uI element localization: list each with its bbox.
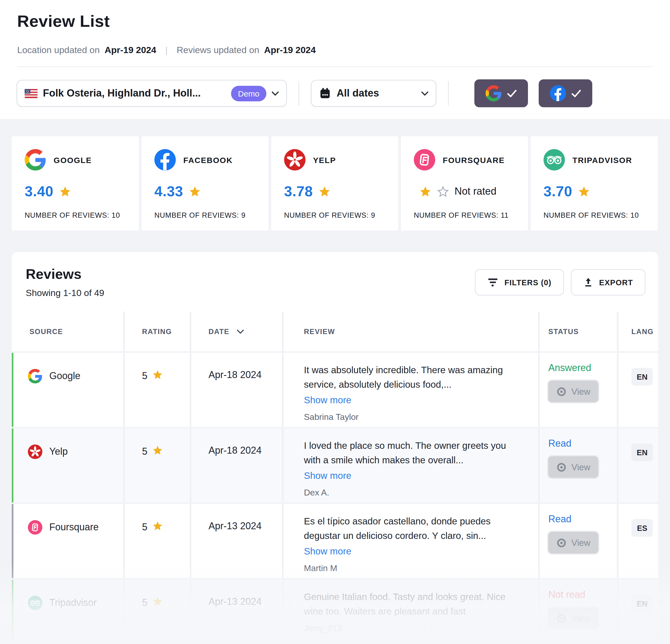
rating-value: 5 — [142, 521, 147, 534]
view-button-label: View — [571, 538, 590, 548]
star-icon — [59, 185, 71, 198]
language-badge: ES — [631, 519, 653, 537]
source-brand-icon — [28, 369, 42, 383]
language-badge: EN — [631, 368, 653, 385]
source-toggle-0[interactable] — [474, 79, 528, 107]
show-more-link[interactable]: Show more — [304, 469, 351, 483]
export-icon — [583, 277, 593, 287]
table-row: Foursquare 5 Apr-13 2024 Es el típico as… — [12, 504, 658, 578]
stat-brand-icon — [544, 149, 565, 171]
stat-brand-icon — [414, 149, 435, 171]
location-updated-date: Apr-19 2024 — [105, 45, 156, 56]
rating-value: 5 — [142, 369, 147, 382]
demo-badge: Demo — [231, 86, 266, 101]
review-lang-cell: EN — [618, 429, 658, 502]
stat-review-count: NUMBER OF REVIEWS: 10 — [544, 211, 658, 219]
status-label: Answered — [548, 363, 617, 374]
star-icon — [152, 521, 163, 531]
export-button[interactable]: EXPORT — [571, 269, 645, 295]
view-button[interactable]: View — [548, 607, 599, 629]
star-icon — [578, 185, 590, 198]
check-icon — [507, 89, 517, 97]
table-row: Yelp 5 Apr-18 2024 I loved the place so … — [12, 429, 658, 502]
source-brand-icon — [28, 596, 42, 610]
sort-chevron-icon — [237, 329, 244, 334]
stat-source-name: FOURSQUARE — [443, 155, 505, 165]
review-text-cell: Genuine Italian food. Tasty and looks gr… — [283, 580, 538, 644]
rating-value: 5 — [142, 596, 147, 609]
stat-brand-icon — [284, 149, 306, 171]
table-row: Tripadvisor 5 Apr-13 2024 Genuine Italia… — [12, 580, 658, 644]
export-button-label: EXPORT — [599, 278, 633, 287]
review-source-cell: Tripadvisor — [12, 580, 123, 644]
stat-rating-value: 3.78 — [284, 183, 313, 200]
reviews-title: Reviews — [26, 266, 104, 282]
stat-rating-value: 3.40 — [25, 183, 54, 200]
review-text: It was absolutely incredible. There was … — [304, 363, 508, 392]
view-button[interactable]: View — [548, 381, 599, 402]
review-text-cell: It was absolutely incredible. There was … — [283, 353, 538, 427]
review-date-cell: Apr-13 2024 — [191, 580, 282, 644]
source-name: Foursquare — [49, 520, 99, 535]
reviews-title-block: Reviews Showing 1-10 of 49 — [26, 266, 104, 299]
review-status-cell: Answered View — [540, 353, 617, 427]
source-brand-icon — [28, 445, 42, 459]
review-text: Genuine Italian food. Tasty and looks gr… — [304, 590, 508, 619]
star-icon — [419, 185, 431, 198]
meta-separator: | — [161, 45, 172, 55]
view-button[interactable]: View — [548, 532, 599, 553]
status-label: Not read — [548, 589, 617, 601]
reviews-updated-label: Reviews updated on — [177, 45, 259, 56]
filter-bar: Folk Osteria, Highland Dr., Holl... Demo… — [0, 67, 670, 109]
stat-source-name: FACEBOOK — [183, 155, 233, 165]
review-date-cell: Apr-18 2024 — [191, 353, 282, 427]
chevron-down-icon — [421, 91, 428, 96]
stat-card: GOOGLE 3.40 NUMBER OF REVIEWS: 10 — [12, 136, 139, 231]
page-title: Review List — [17, 12, 653, 31]
eye-icon — [557, 386, 566, 396]
review-rating-cell: 5 — [125, 353, 190, 427]
stat-review-count: NUMBER OF REVIEWS: 11 — [414, 211, 528, 219]
filters-button[interactable]: FILTERS (0) — [475, 269, 564, 295]
stat-source-name: TRIPADVISOR — [573, 155, 632, 165]
reviews-panel-header: Reviews Showing 1-10 of 49 FILTERS (0) E… — [12, 252, 658, 312]
eye-icon — [557, 613, 566, 623]
reviews-panel: Reviews Showing 1-10 of 49 FILTERS (0) E… — [12, 252, 658, 644]
stat-card: FACEBOOK 4.33 NUMBER OF REVIEWS: 9 — [142, 136, 269, 231]
review-text: I loved the place so much. The owner gre… — [304, 439, 508, 468]
column-header-date[interactable]: DATE — [191, 312, 282, 351]
stat-card: TRIPADVISOR 3.70 NUMBER OF REVIEWS: 10 — [531, 136, 658, 231]
review-list-page: Review List Location updated on Apr-19 2… — [0, 0, 670, 644]
table-body: Google 5 Apr-18 2024 It was absolutely i… — [12, 353, 658, 644]
page-header: Review List Location updated on Apr-19 2… — [0, 0, 670, 67]
language-badge: EN — [631, 595, 653, 612]
star-icon — [189, 185, 201, 198]
source-name: Google — [49, 369, 80, 383]
source-toggle-1[interactable] — [539, 79, 592, 107]
star-icon — [152, 445, 163, 456]
stat-source-name: GOOGLE — [54, 155, 92, 165]
calendar-icon — [319, 87, 331, 100]
review-source-cell: Foursquare — [12, 504, 123, 578]
review-lang-cell: ES — [618, 504, 658, 578]
stat-not-rated-label: Not rated — [455, 185, 496, 197]
stat-rating-value: 4.33 — [155, 183, 183, 200]
view-button[interactable]: View — [548, 456, 599, 478]
show-more-link[interactable]: Show more — [304, 544, 351, 559]
location-updated-label: Location updated on — [17, 45, 100, 56]
date-range-select[interactable]: All dates — [311, 80, 436, 107]
eye-icon — [557, 462, 566, 472]
view-button-label: View — [571, 462, 590, 472]
status-label: Read — [548, 514, 617, 525]
language-badge: EN — [631, 444, 653, 461]
update-meta: Location updated on Apr-19 2024 | Review… — [17, 45, 653, 56]
show-more-link[interactable]: Show more — [304, 393, 351, 408]
star-icon — [318, 185, 331, 198]
location-select[interactable]: Folk Osteria, Highland Dr., Holl... Demo — [17, 80, 287, 107]
review-rating-cell: 5 — [125, 580, 190, 644]
review-rating-cell: 5 — [125, 504, 190, 578]
status-label: Read — [548, 438, 617, 449]
review-text-cell: Es el típico asador castellano, donde pu… — [283, 504, 538, 578]
star-icon — [152, 369, 163, 380]
stat-brand-icon — [25, 149, 46, 171]
